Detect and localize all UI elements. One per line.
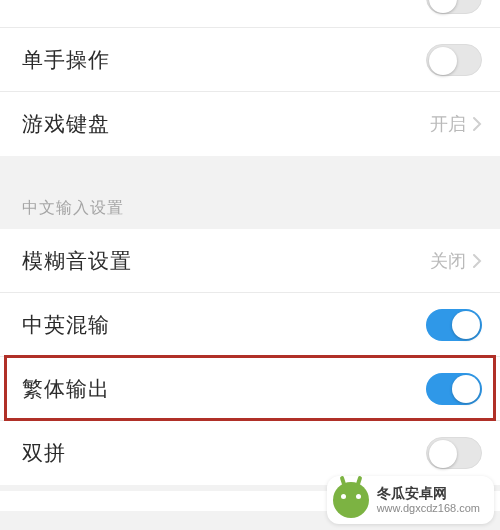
toggle-switch[interactable] [426,373,482,405]
settings-group-chinese: 模糊音设置 关闭 中英混输 繁体输出 双拼 [0,229,500,485]
android-icon [333,482,369,518]
toggle-knob [429,0,457,13]
settings-row-value: 关闭 [430,249,466,273]
toggle-knob [429,440,457,468]
section-gap [0,156,500,186]
settings-row-label: 繁体输出 [22,375,110,403]
section-header-chinese-input: 中文输入设置 [0,186,500,229]
settings-row-label: 双拼 [22,439,66,467]
toggle-knob [452,311,480,339]
chevron-right-icon [472,253,482,269]
settings-row-label: 单手操作 [22,46,110,74]
chevron-right-icon [472,116,482,132]
toggle-switch[interactable] [426,0,482,14]
settings-row-partial[interactable] [0,0,500,28]
row-right: 关闭 [430,249,482,273]
settings-row-label: 游戏键盘 [22,110,110,138]
settings-row-one-hand[interactable]: 单手操作 [0,28,500,92]
watermark-badge: 冬瓜安卓网 www.dgxcdz168.com [327,476,494,524]
watermark-site-url: www.dgxcdz168.com [377,502,480,515]
settings-row-label: 中英混输 [22,311,110,339]
settings-row-traditional-output[interactable]: 繁体输出 [0,357,500,421]
watermark-text: 冬瓜安卓网 www.dgxcdz168.com [377,485,480,515]
toggle-switch[interactable] [426,437,482,469]
settings-row-label: 模糊音设置 [22,247,132,275]
settings-row-cn-en-mix[interactable]: 中英混输 [0,293,500,357]
settings-row-value: 开启 [430,112,466,136]
row-right: 开启 [430,112,482,136]
toggle-knob [429,47,457,75]
watermark-site-name: 冬瓜安卓网 [377,485,480,502]
toggle-switch[interactable] [426,44,482,76]
toggle-switch[interactable] [426,309,482,341]
settings-row-game-keyboard[interactable]: 游戏键盘 开启 [0,92,500,156]
settings-group-top: 单手操作 游戏键盘 开启 [0,0,500,156]
settings-row-fuzzy[interactable]: 模糊音设置 关闭 [0,229,500,293]
toggle-knob [452,375,480,403]
